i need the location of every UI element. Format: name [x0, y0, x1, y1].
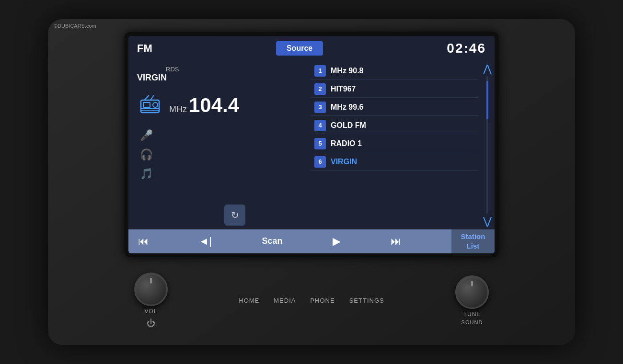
right-panel: 1MHz 90.82HIT9673MHz 99.64GOLD FM5RADIO … [311, 61, 495, 229]
prev-track-button[interactable]: ⏮ [138, 235, 149, 248]
nav-btn-settings[interactable]: SETTINGS [349, 297, 384, 304]
station-item-3[interactable]: 3MHz 99.6 [311, 99, 478, 116]
screen: FM Source 02:46 RDS VIRGIN [128, 36, 495, 253]
tune-knob-section: TUNE SOUND [455, 275, 489, 325]
station-list: 1MHz 90.82HIT9673MHz 99.64GOLD FM5RADIO … [311, 63, 480, 228]
beats-icon: 🎧 [140, 148, 302, 161]
station-num-2: 2 [314, 83, 326, 95]
station-name-6: VIRGIN [331, 158, 357, 166]
vol-knob[interactable] [134, 273, 168, 306]
rds-label: RDS [166, 66, 302, 73]
controls-bar: ⏮ ◄| Scan ▶ ⏭ StationList [128, 229, 495, 253]
watermark: ©DUBICARS.com [54, 23, 96, 29]
frequency-display: MHz 104.4 [169, 94, 239, 117]
fm-label: FM [137, 42, 152, 55]
station-name-5: RADIO 1 [331, 139, 362, 148]
station-item-4[interactable]: 4GOLD FM [311, 117, 478, 134]
source-button[interactable]: Source [276, 41, 323, 56]
vol-knob-section: VOL ⏻ [134, 273, 168, 329]
station-list-button[interactable]: StationList [451, 229, 495, 253]
screen-bezel: FM Source 02:46 RDS VIRGIN [125, 32, 498, 257]
svg-rect-1 [143, 102, 150, 107]
station-name-2: HIT967 [331, 85, 356, 93]
radio-icon [137, 91, 163, 121]
vol-label: VOL [144, 308, 157, 315]
left-icons: 🎤 🎧 🎵 [137, 129, 302, 180]
station-name-3: MHz 99.6 [331, 103, 363, 112]
station-item-1[interactable]: 1MHz 90.8 [311, 63, 478, 80]
hardware-row: VOL ⏻ HOMEMEDIAPHONESETTINGS TUNE SOUND [125, 269, 498, 332]
tune-knob[interactable] [455, 275, 489, 309]
station-name-1: MHz 90.8 [331, 67, 363, 75]
main-content: RDS VIRGIN [128, 61, 495, 229]
station-num-4: 4 [314, 120, 326, 131]
station-num-3: 3 [314, 102, 326, 113]
car-infotainment-unit: ©DUBICARS.com FM Source 02:46 RDS VIRGIN [48, 19, 575, 345]
time-display: 02:46 [447, 41, 486, 56]
sound-label: SOUND [461, 319, 483, 325]
station-num-6: 6 [314, 156, 326, 168]
freq-number: 104.4 [189, 94, 239, 117]
music-icon: 🎵 [140, 168, 302, 180]
scroll-up-arrow[interactable]: ⋀ [483, 64, 492, 74]
station-info: RDS VIRGIN [137, 66, 302, 83]
nav-buttons: HOMEMEDIAPHONESETTINGS [239, 297, 384, 304]
svg-line-5 [144, 95, 149, 100]
next-track-button[interactable]: ⏭ [391, 235, 401, 248]
current-station-name: VIRGIN [137, 73, 302, 83]
svg-line-6 [150, 95, 154, 100]
station-item-2[interactable]: 2HIT967 [311, 81, 478, 98]
station-name-4: GOLD FM [331, 121, 366, 130]
nav-btn-media[interactable]: MEDIA [274, 297, 296, 304]
station-item-5[interactable]: 5RADIO 1 [311, 136, 478, 152]
power-button[interactable]: ⏻ [147, 318, 155, 329]
svg-point-2 [153, 102, 158, 107]
left-panel: RDS VIRGIN [128, 61, 311, 229]
scrollbar: ⋀ ⋁ [480, 63, 495, 228]
station-num-5: 5 [314, 138, 326, 149]
scroll-down-arrow[interactable]: ⋁ [483, 216, 492, 227]
prev-button[interactable]: ◄| [198, 235, 212, 248]
nav-btn-phone[interactable]: PHONE [310, 297, 335, 304]
top-bar: FM Source 02:46 [128, 36, 495, 61]
next-button[interactable]: ▶ [333, 235, 341, 248]
station-num-1: 1 [314, 65, 326, 77]
microphone-icon: 🎤 [140, 129, 302, 142]
tune-label: TUNE [463, 311, 481, 318]
scroll-track [486, 76, 488, 214]
refresh-button[interactable]: ↻ [224, 205, 245, 226]
freq-mhz-label: MHz [169, 104, 187, 114]
station-item-6[interactable]: 6VIRGIN [311, 154, 478, 171]
frequency-row: MHz 104.4 [137, 91, 302, 121]
scan-button[interactable]: Scan [262, 236, 282, 246]
scroll-thumb [486, 81, 488, 119]
nav-btn-home[interactable]: HOME [239, 297, 259, 304]
